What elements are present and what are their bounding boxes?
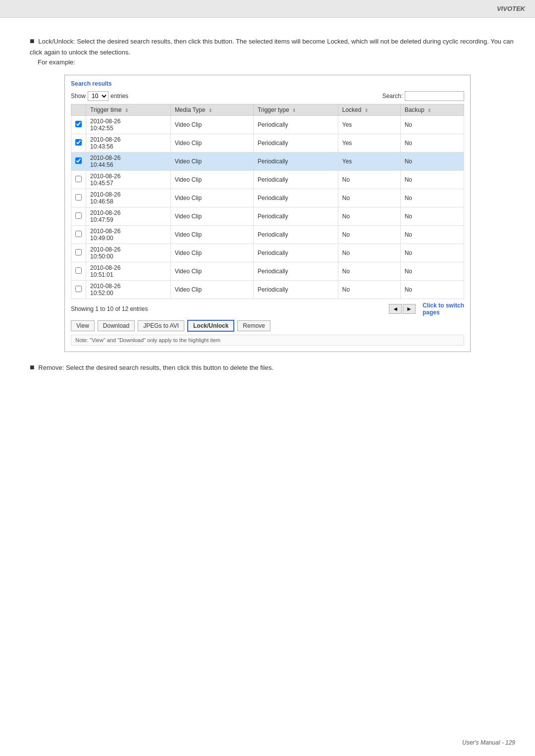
row-checkbox-cell	[71, 134, 86, 152]
row-checkbox-cell	[71, 207, 86, 226]
row-trigger-time: 2010-08-2610:49:00	[86, 226, 171, 244]
remove-paragraph: ■ Remove: Select the desired search resu…	[20, 361, 515, 374]
row-checkbox[interactable]	[75, 249, 82, 255]
show-entries-select[interactable]: 10 25 50	[88, 91, 108, 101]
row-trigger-time: 2010-08-2610:42:55	[86, 116, 171, 134]
jpegs-to-avi-button[interactable]: JPEGs to AVI	[138, 320, 184, 331]
row-checkbox[interactable]	[75, 267, 82, 274]
row-media-type: Video Clip	[170, 281, 253, 299]
table-row: 2010-08-2610:44:56Video ClipPeriodically…	[71, 152, 464, 171]
row-locked: No	[338, 244, 400, 262]
brand-logo: VIVOTEK	[497, 5, 525, 12]
col-locked: Locked ⇕	[338, 104, 400, 116]
intro-paragraph: ■ Lock/Unlock: Select the desired search…	[20, 35, 515, 68]
row-backup: No	[400, 281, 464, 299]
row-checkbox[interactable]	[75, 157, 82, 164]
row-trigger-time: 2010-08-2610:52:00	[86, 281, 171, 299]
search-label: Search:	[382, 93, 403, 100]
row-checkbox-cell	[71, 226, 86, 244]
table-row: 2010-08-2610:42:55Video ClipPeriodically…	[71, 116, 464, 134]
table-row: 2010-08-2610:43:56Video ClipPeriodically…	[71, 134, 464, 152]
row-backup: No	[400, 171, 464, 189]
row-trigger-time: 2010-08-2610:50:00	[86, 244, 171, 262]
row-checkbox[interactable]	[75, 212, 82, 219]
show-search-row: Show 10 25 50 entries Search:	[71, 91, 464, 101]
action-buttons-row: View Download JPEGs to AVI Lock/Unlock R…	[71, 320, 464, 332]
row-media-type: Video Clip	[170, 244, 253, 262]
row-trigger-type: Periodically	[254, 207, 338, 226]
view-button[interactable]: View	[71, 320, 95, 331]
search-results-title: Search results	[71, 80, 464, 87]
sort-arrows-locked[interactable]: ⇕	[365, 108, 369, 113]
table-header-row: Trigger time ⇕ Media Type ⇕ Trigger type…	[71, 104, 464, 116]
table-row: 2010-08-2610:47:59Video ClipPeriodically…	[71, 207, 464, 226]
results-table: Trigger time ⇕ Media Type ⇕ Trigger type…	[71, 104, 464, 299]
row-trigger-type: Periodically	[254, 189, 338, 207]
search-results-panel: Search results Show 10 25 50 entries Sea…	[64, 75, 471, 352]
remove-bullet-icon: ■	[30, 363, 35, 371]
click-to-switch-label: Click to switchpages	[423, 302, 464, 316]
row-trigger-type: Periodically	[254, 281, 338, 299]
row-locked: Yes	[338, 152, 400, 171]
col-checkbox	[71, 104, 86, 116]
remove-button[interactable]: Remove	[237, 320, 270, 331]
search-input[interactable]	[405, 91, 464, 101]
row-media-type: Video Clip	[170, 262, 253, 281]
row-checkbox[interactable]	[75, 121, 82, 127]
row-media-type: Video Clip	[170, 134, 253, 152]
col-backup: Backup ⇕	[400, 104, 464, 116]
row-checkbox-cell	[71, 262, 86, 281]
search-right: Search:	[382, 91, 464, 101]
sort-arrows-media[interactable]: ⇕	[209, 108, 213, 113]
download-button[interactable]: Download	[98, 320, 135, 331]
show-label: Show	[71, 93, 86, 100]
example-label: For example:	[38, 58, 75, 66]
row-trigger-type: Periodically	[254, 226, 338, 244]
note-text: Note: "View" and "Download" only apply t…	[75, 337, 220, 343]
row-checkbox[interactable]	[75, 176, 82, 182]
row-media-type: Video Clip	[170, 116, 253, 134]
row-trigger-time: 2010-08-2610:45:57	[86, 171, 171, 189]
row-locked: No	[338, 207, 400, 226]
row-backup: No	[400, 152, 464, 171]
row-checkbox-cell	[71, 244, 86, 262]
row-checkbox[interactable]	[75, 139, 82, 146]
row-checkbox[interactable]	[75, 286, 82, 292]
table-row: 2010-08-2610:51:01Video ClipPeriodically…	[71, 262, 464, 281]
sort-arrows-backup[interactable]: ⇕	[428, 108, 431, 113]
showing-text: Showing 1 to 10 of 12 entries	[71, 305, 148, 312]
prev-page-button[interactable]: ◄	[389, 304, 402, 314]
note-row: Note: "View" and "Download" only apply t…	[71, 335, 464, 346]
sort-arrows-trigger[interactable]: ⇕	[125, 108, 129, 113]
row-checkbox-cell	[71, 152, 86, 171]
row-checkbox-cell	[71, 189, 86, 207]
row-locked: No	[338, 281, 400, 299]
row-backup: No	[400, 134, 464, 152]
row-media-type: Video Clip	[170, 207, 253, 226]
header-bar: VIVOTEK	[0, 0, 535, 18]
next-page-button[interactable]: ►	[403, 304, 416, 314]
sort-arrows-trigger-type[interactable]: ⇕	[292, 108, 296, 113]
show-left: Show 10 25 50 entries	[71, 91, 128, 101]
row-trigger-type: Periodically	[254, 262, 338, 281]
row-locked: Yes	[338, 116, 400, 134]
row-media-type: Video Clip	[170, 226, 253, 244]
row-checkbox[interactable]	[75, 231, 82, 237]
row-locked: No	[338, 262, 400, 281]
row-trigger-type: Periodically	[254, 134, 338, 152]
row-checkbox[interactable]	[75, 194, 82, 201]
lock-unlock-button[interactable]: Lock/Unlock	[187, 320, 234, 332]
col-trigger-type: Trigger type ⇕	[254, 104, 338, 116]
table-row: 2010-08-2610:46:58Video ClipPeriodically…	[71, 189, 464, 207]
row-trigger-time: 2010-08-2610:46:58	[86, 189, 171, 207]
row-backup: No	[400, 262, 464, 281]
bullet-icon: ■	[30, 37, 35, 45]
row-media-type: Video Clip	[170, 171, 253, 189]
table-row: 2010-08-2610:49:00Video ClipPeriodically…	[71, 226, 464, 244]
row-locked: Yes	[338, 134, 400, 152]
pagination-area: ◄ ► Click to switchpages	[389, 302, 464, 316]
row-trigger-type: Periodically	[254, 244, 338, 262]
table-footer: Showing 1 to 10 of 12 entries ◄ ► Click …	[71, 302, 464, 316]
row-media-type: Video Clip	[170, 189, 253, 207]
row-trigger-type: Periodically	[254, 152, 338, 171]
